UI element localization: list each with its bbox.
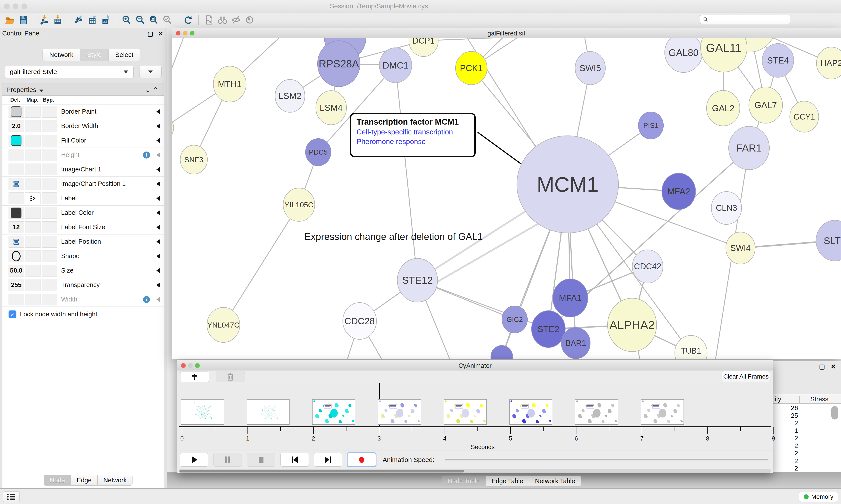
bypass-cell[interactable] (42, 193, 57, 204)
refresh-button[interactable] (181, 14, 195, 26)
property-row-border-width[interactable]: 2.0Border Width (2, 119, 164, 133)
save-button[interactable] (17, 14, 30, 26)
timeline-horizontal-scrollbar[interactable] (179, 469, 771, 473)
memory-button[interactable]: Memory (799, 492, 838, 502)
frame-thumbnail-4[interactable] (444, 399, 487, 424)
tab-node-table[interactable]: Node Table (442, 475, 486, 486)
float-panel-icon[interactable]: ▢ (819, 363, 825, 370)
table-row[interactable]: 2 (773, 442, 841, 450)
node-cut_bottom[interactable] (491, 345, 513, 359)
default-value-cell[interactable]: 50.0 (8, 265, 24, 276)
bypass-cell[interactable] (42, 120, 57, 132)
default-value-cell[interactable]: 12 (8, 221, 24, 233)
property-row-image-chart-1[interactable]: Image/Chart 1 (2, 162, 164, 177)
expression-change-annotation[interactable]: Expression change after deletion of GAL1 (304, 231, 483, 242)
mapping-cell[interactable] (25, 120, 40, 132)
cyanimator-titlebar[interactable]: CyAnimator (177, 360, 773, 371)
default-value-cell[interactable] (8, 106, 24, 118)
tab-edge-table[interactable]: Edge Table (486, 475, 529, 486)
mapping-cell[interactable] (25, 178, 40, 190)
bypass-cell[interactable] (42, 250, 57, 262)
tab-network-table[interactable]: Network Table (529, 475, 581, 486)
bypass-cell[interactable] (42, 221, 57, 233)
style-select[interactable]: galFiltered Style (5, 66, 133, 78)
table-row[interactable]: 2 (773, 449, 841, 457)
bypass-cell[interactable] (42, 265, 57, 276)
expand-arrow-icon[interactable] (156, 109, 160, 114)
timeline-ruler[interactable]: Seconds 0123456789 (179, 426, 771, 450)
expand-arrow-icon[interactable] (156, 167, 160, 172)
default-value-cell[interactable] (8, 149, 24, 161)
column-divider[interactable] (799, 396, 800, 403)
expand-arrow-icon[interactable] (156, 283, 160, 288)
table-row[interactable]: 2 (773, 419, 841, 427)
mapping-cell[interactable] (25, 164, 40, 175)
property-row-shape[interactable]: Shape (2, 249, 164, 264)
frame-thumbnail-2[interactable] (312, 399, 355, 424)
edge-dmc1-ste12[interactable] (395, 65, 417, 280)
tab-node[interactable]: Node (44, 475, 71, 486)
network-canvas[interactable]: RPS28ADMC1DCP1PCK1MTH1LSM2LSM4SNF3PDC5YI… (172, 38, 841, 359)
import-network-button[interactable] (37, 14, 51, 26)
tab-network[interactable]: Network (42, 49, 80, 61)
frame-thumbnail-0[interactable] (181, 399, 224, 424)
tab-style[interactable]: Style (80, 49, 108, 61)
default-value-cell[interactable]: 2.0 (8, 120, 24, 132)
table-row[interactable]: 2 (773, 465, 841, 472)
network-window-titlebar[interactable]: galFiltered.sif (172, 28, 841, 38)
default-value-cell[interactable]: 255 (8, 279, 24, 291)
tab-edge[interactable]: Edge (71, 475, 97, 486)
property-row-height[interactable]: Heighti (2, 148, 164, 162)
expand-arrow-icon[interactable] (156, 124, 160, 129)
record-button[interactable] (347, 453, 376, 467)
edge[interactable] (172, 38, 185, 91)
mapping-cell[interactable] (25, 236, 40, 248)
mapping-cell[interactable] (25, 193, 40, 204)
bypass-cell[interactable] (42, 134, 57, 146)
task-history-button[interactable] (3, 491, 20, 502)
expand-arrow-icon[interactable] (156, 138, 160, 143)
expand-arrow-icon[interactable] (156, 268, 160, 273)
table-row[interactable]: 2 (773, 434, 841, 442)
expand-arrow-icon[interactable] (156, 254, 160, 259)
mapping-cell[interactable] (25, 106, 40, 118)
tab-network[interactable]: Network (97, 475, 132, 486)
minimize-window-icon[interactable] (13, 3, 18, 9)
frame-thumbnail-3[interactable] (378, 399, 421, 424)
close-panel-icon[interactable]: ✕ (158, 30, 163, 37)
mapping-cell[interactable] (25, 221, 40, 233)
mapping-cell[interactable] (25, 279, 40, 291)
bypass-cell[interactable] (42, 236, 57, 248)
search-input[interactable] (700, 15, 790, 24)
export-table-button[interactable] (85, 14, 99, 26)
float-panel-icon[interactable]: ▢ (147, 30, 153, 37)
table-row[interactable]: 25 (773, 412, 841, 419)
expand-arrow-icon[interactable] (156, 239, 160, 244)
default-value-cell[interactable] (8, 178, 24, 190)
frames-timeline[interactable] (179, 383, 771, 426)
expand-arrow-icon[interactable] (156, 210, 160, 215)
import-table-button[interactable] (51, 14, 65, 26)
tab-select[interactable]: Select (108, 49, 140, 61)
node-left_sliver[interactable] (172, 117, 174, 139)
clear-all-frames-button[interactable]: Clear All Frames (722, 371, 770, 382)
expand-arrow-icon[interactable] (156, 181, 160, 186)
mapping-cell[interactable] (25, 250, 40, 262)
property-row-border-paint[interactable]: Border Paint (2, 105, 164, 119)
edge-yil105c-ynl047c[interactable] (223, 205, 299, 325)
default-value-cell[interactable] (8, 236, 24, 248)
maximize-window-icon[interactable] (21, 3, 27, 9)
edge-ste12-ste2[interactable] (417, 280, 549, 329)
mapping-cell[interactable] (25, 207, 40, 219)
info-icon[interactable]: i (143, 151, 150, 159)
bypass-cell[interactable] (42, 106, 57, 118)
bypass-cell[interactable] (42, 293, 57, 305)
expand-arrow-icon[interactable] (156, 196, 160, 201)
table-header-row[interactable]: ity Stress (773, 394, 841, 404)
bypass-cell[interactable] (42, 178, 57, 190)
bypass-cell[interactable] (42, 207, 57, 219)
expand-collapse-icons[interactable]: ⌄̩⌃ (145, 86, 160, 94)
table-body[interactable]: 26252122222 (773, 404, 841, 472)
properties-header[interactable]: Properties (6, 86, 43, 93)
lock-node-size-checkbox[interactable]: ✓ (8, 310, 16, 318)
